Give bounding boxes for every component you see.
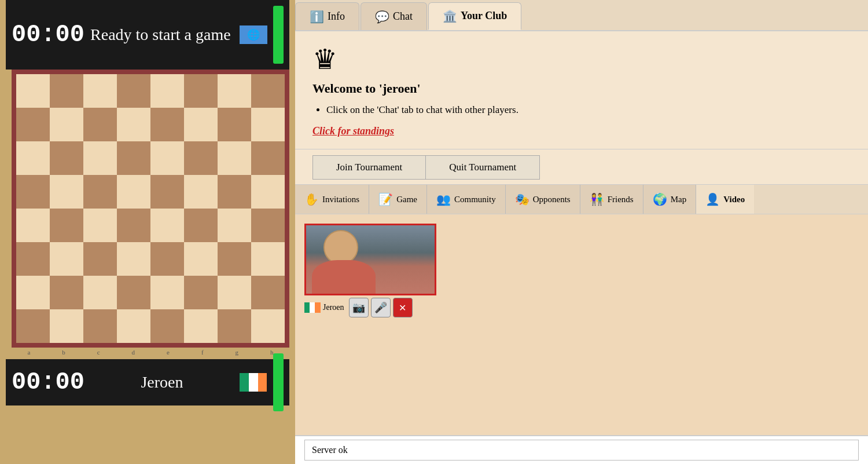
chess-square[interactable] <box>150 209 184 242</box>
chess-square[interactable] <box>184 175 218 209</box>
chess-square[interactable] <box>117 276 150 309</box>
flag-orange-stripe <box>315 302 320 313</box>
tab-chat-label: Chat <box>393 10 413 23</box>
chess-square[interactable] <box>16 74 50 108</box>
chess-square[interactable] <box>150 74 184 108</box>
chess-square[interactable] <box>50 141 83 175</box>
tab-map-label: Map <box>671 195 687 204</box>
club-icon: 🏛️ <box>443 9 457 23</box>
map-icon: 🌍 <box>653 192 667 206</box>
chess-square[interactable] <box>83 74 117 108</box>
top-green-bar <box>273 6 284 64</box>
chess-square[interactable] <box>251 309 285 343</box>
chess-square[interactable] <box>150 309 184 343</box>
chess-square[interactable] <box>218 209 251 242</box>
mic-button[interactable]: 🎤 <box>371 298 391 317</box>
chess-square[interactable] <box>117 175 150 209</box>
chess-square[interactable] <box>218 242 251 276</box>
chess-square[interactable] <box>184 74 218 108</box>
bottom-green-bar <box>273 353 284 411</box>
tab-your-club[interactable]: 🏛️ Your Club <box>428 2 521 30</box>
standings-link[interactable]: Click for standings <box>312 125 394 137</box>
tab-friends[interactable]: 👫 Friends <box>580 185 643 214</box>
chess-square[interactable] <box>50 209 83 242</box>
chess-square[interactable] <box>150 141 184 175</box>
chess-square[interactable] <box>218 309 251 343</box>
chess-square[interactable] <box>117 141 150 175</box>
chess-square[interactable] <box>16 108 50 141</box>
chess-board-container: abcdefgh <box>6 70 289 357</box>
chess-square[interactable] <box>251 175 285 209</box>
chess-square[interactable] <box>83 276 117 309</box>
tab-map[interactable]: 🌍 Map <box>643 185 697 214</box>
quit-tournament-button[interactable]: Quit Tournament <box>425 155 540 180</box>
chess-square[interactable] <box>117 209 150 242</box>
chess-square[interactable] <box>16 309 50 343</box>
close-video-button[interactable]: ✕ <box>393 298 413 317</box>
chess-square[interactable] <box>50 74 83 108</box>
chess-square[interactable] <box>16 141 50 175</box>
chess-square[interactable] <box>117 309 150 343</box>
file-label: f <box>201 349 204 356</box>
left-panel: 00:00 Ready to start a game 🌐 abcdefgh 0… <box>0 0 295 464</box>
chess-square[interactable] <box>16 242 50 276</box>
chat-icon: 💬 <box>375 10 389 24</box>
chess-square[interactable] <box>184 108 218 141</box>
chess-square[interactable] <box>251 141 285 175</box>
chess-square[interactable] <box>218 175 251 209</box>
chess-square[interactable] <box>218 276 251 309</box>
tournament-buttons: Join Tournament Quit Tournament <box>295 149 868 180</box>
chess-square[interactable] <box>218 141 251 175</box>
tab-chat[interactable]: 💬 Chat <box>361 2 427 30</box>
chess-square[interactable] <box>117 108 150 141</box>
chess-square[interactable] <box>83 309 117 343</box>
chess-square[interactable] <box>16 209 50 242</box>
chess-square[interactable] <box>150 242 184 276</box>
chess-square[interactable] <box>83 175 117 209</box>
chess-square[interactable] <box>83 209 117 242</box>
file-label: c <box>97 349 100 356</box>
chess-square[interactable] <box>184 141 218 175</box>
chess-square[interactable] <box>218 74 251 108</box>
chess-square[interactable] <box>50 175 83 209</box>
chess-square[interactable] <box>218 108 251 141</box>
tab-invitations-label: Invitations <box>322 195 359 204</box>
chess-square[interactable] <box>184 309 218 343</box>
chess-square[interactable] <box>251 276 285 309</box>
community-icon: 👥 <box>436 192 451 206</box>
game-status: Ready to start a game <box>90 25 234 44</box>
chess-square[interactable] <box>150 108 184 141</box>
status-input[interactable] <box>304 440 859 461</box>
tab-video[interactable]: 👤 Video <box>696 185 754 214</box>
chess-square[interactable] <box>251 209 285 242</box>
video-frame <box>304 224 436 295</box>
chess-square[interactable] <box>83 242 117 276</box>
chess-square[interactable] <box>83 141 117 175</box>
chess-square[interactable] <box>150 276 184 309</box>
chess-square[interactable] <box>251 74 285 108</box>
chess-square[interactable] <box>50 276 83 309</box>
tab-game[interactable]: 📝 Game <box>369 185 427 214</box>
un-flag-button[interactable]: 🌐 <box>240 25 267 44</box>
camera-button[interactable]: 📷 <box>349 298 369 317</box>
chess-square[interactable] <box>184 242 218 276</box>
chess-square[interactable] <box>16 175 50 209</box>
top-timer: 00:00 <box>12 21 84 49</box>
tab-invitations[interactable]: ✋ Invitations <box>295 185 369 214</box>
chess-square[interactable] <box>251 242 285 276</box>
chess-square[interactable] <box>150 175 184 209</box>
tab-opponents[interactable]: 🎭 Opponents <box>506 185 580 214</box>
chess-square[interactable] <box>184 209 218 242</box>
chess-square[interactable] <box>16 276 50 309</box>
chess-square[interactable] <box>117 74 150 108</box>
chess-square[interactable] <box>83 108 117 141</box>
tab-info[interactable]: ℹ️ Info <box>295 2 359 30</box>
tab-community[interactable]: 👥 Community <box>427 185 506 214</box>
chess-square[interactable] <box>251 108 285 141</box>
chess-square[interactable] <box>50 108 83 141</box>
join-tournament-button[interactable]: Join Tournament <box>312 155 425 180</box>
chess-square[interactable] <box>50 309 83 343</box>
chess-square[interactable] <box>50 242 83 276</box>
chess-square[interactable] <box>184 276 218 309</box>
chess-square[interactable] <box>117 242 150 276</box>
